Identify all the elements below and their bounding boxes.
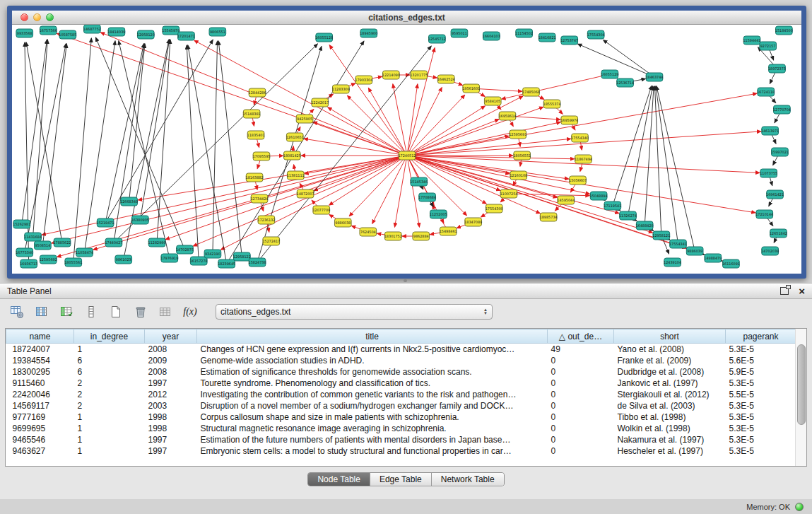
table-cell[interactable]: 9463627 xyxy=(6,445,74,457)
graph-edge[interactable] xyxy=(138,156,407,200)
table-cell[interactable]: 2008 xyxy=(145,344,197,355)
table-cell[interactable]: Jankovic et al. (1997) xyxy=(614,378,726,389)
table-cell[interactable]: Embryonic stem cells: a model to study s… xyxy=(197,445,548,457)
table-cell[interactable]: 0 xyxy=(548,355,614,366)
table-cell[interactable]: 1 xyxy=(74,423,145,434)
close-panel-icon[interactable]: × xyxy=(799,286,805,296)
graph-node[interactable]: 11594441 xyxy=(743,36,760,45)
table-cell[interactable]: Structural magnetic resonance image aver… xyxy=(197,423,548,434)
show-columns-button[interactable] xyxy=(33,303,51,321)
graph-node[interactable]: 12439104 xyxy=(664,258,681,267)
graph-node[interactable]: 11431684 xyxy=(24,233,42,241)
function-builder-button[interactable]: f(x) xyxy=(181,303,199,321)
table-cell[interactable]: 18300295 xyxy=(6,366,74,378)
graph-node[interactable]: 16116091 xyxy=(722,259,740,268)
table-cell[interactable]: 9465546 xyxy=(6,434,74,445)
table-cell[interactable]: 2003 xyxy=(145,400,197,411)
new-column-button[interactable] xyxy=(57,303,76,321)
graph-node[interactable]: 9861023 xyxy=(115,255,132,264)
table-cell[interactable]: 2 xyxy=(74,389,145,400)
graph-node[interactable]: 9886038 xyxy=(334,218,351,227)
graph-edge[interactable] xyxy=(105,40,213,223)
column-header-out_de[interactable]: △ out_de… xyxy=(548,329,614,344)
graph-node[interactable]: 18301752 xyxy=(384,232,402,240)
graph-edge[interactable] xyxy=(25,42,29,264)
graph-node[interactable]: 9933568 xyxy=(16,29,33,37)
table-cell[interactable]: 5.3E-5 xyxy=(726,344,796,355)
graph-edge[interactable] xyxy=(33,40,48,237)
table-cell[interactable]: 9699695 xyxy=(6,423,74,434)
table-row[interactable]: 1938455462009Genome-wide association stu… xyxy=(6,355,796,366)
graph-edge[interactable] xyxy=(407,93,757,156)
table-row[interactable]: 969969511998Structural magnetic resonanc… xyxy=(6,423,796,434)
graph-edge[interactable] xyxy=(655,86,661,235)
table-cell[interactable]: 5.3E-5 xyxy=(726,400,796,411)
table-cell[interactable]: Dudbridge et al. (2008) xyxy=(614,366,726,378)
graph-node[interactable]: 7624504 xyxy=(360,228,377,236)
table-cell[interactable]: 1 xyxy=(74,344,145,355)
table-cell[interactable]: 0 xyxy=(548,378,614,389)
graph-node[interactable]: 14702039 xyxy=(761,247,779,255)
table-cell[interactable]: 1997 xyxy=(145,445,197,457)
graph-edge[interactable] xyxy=(393,84,407,156)
table-cell[interactable]: 0 xyxy=(548,434,614,445)
graph-edge[interactable] xyxy=(57,33,407,156)
table-cell[interactable]: 0 xyxy=(548,366,614,378)
graph-node[interactable]: 12160108 xyxy=(510,171,527,180)
graph-node[interactable]: 16380905 xyxy=(131,216,149,224)
graph-node[interactable]: 9272157 xyxy=(760,42,777,50)
graph-node[interactable]: 11154502 xyxy=(515,29,533,37)
graph-node[interactable]: 10587585 xyxy=(59,30,76,39)
graph-node[interactable]: 9886039 xyxy=(686,247,703,255)
table-cell[interactable]: 1997 xyxy=(145,434,197,445)
graph-node[interactable]: 18414039 xyxy=(107,28,125,36)
graph-edge[interactable] xyxy=(645,86,654,226)
graph-node[interactable]: 12753747 xyxy=(560,36,578,45)
table-cell[interactable]: 2 xyxy=(74,400,145,411)
table-cell[interactable]: 1 xyxy=(74,434,145,445)
graph-node[interactable]: 17554304 xyxy=(587,30,605,39)
graph-node[interactable]: 9342190 xyxy=(204,250,221,258)
import-table-button[interactable] xyxy=(156,303,175,321)
column-header-in_degree[interactable]: in_degree xyxy=(74,329,145,344)
graph-node[interactable]: 15184500 xyxy=(775,26,793,35)
graph-edge[interactable] xyxy=(26,42,62,243)
table-row[interactable]: 946362711997Embryonic stem cells: a mode… xyxy=(6,445,796,457)
delete-table-button[interactable] xyxy=(131,303,150,321)
graph-node[interactable]: 12958121 xyxy=(652,231,670,240)
zoom-window-button[interactable] xyxy=(46,13,54,21)
graph-node[interactable]: 12844286 xyxy=(249,88,266,97)
graph-node[interactable]: 12958120 xyxy=(137,30,155,39)
table-row[interactable]: 1456911722003Disruption of a novel membe… xyxy=(6,400,796,411)
graph-node[interactable]: 11835401 xyxy=(247,131,265,139)
graph-node[interactable]: 11073755 xyxy=(760,169,777,177)
table-cell[interactable]: 6 xyxy=(74,355,145,366)
graph-node[interactable]: 19561601 xyxy=(462,84,480,93)
table-row[interactable]: 2242004622012Investigating the contribut… xyxy=(6,389,796,400)
graph-node[interactable]: 9595011 xyxy=(451,29,468,37)
table-cell[interactable]: 5.6E-5 xyxy=(726,355,796,366)
graph-node[interactable]: 12545712 xyxy=(428,35,446,43)
graph-edge[interactable] xyxy=(407,96,523,156)
graph-edge[interactable] xyxy=(407,156,590,194)
graph-node[interactable]: 14595044 xyxy=(557,196,575,204)
graph-node[interactable]: 11867494 xyxy=(575,155,592,163)
graph-node[interactable]: 13201775 xyxy=(410,71,428,79)
column-header-pagerank[interactable]: pagerank xyxy=(726,329,796,344)
close-window-button[interactable] xyxy=(20,13,28,21)
graph-node[interactable]: 11381111 xyxy=(287,171,305,180)
graph-node[interactable]: 12595692 xyxy=(40,255,57,264)
table-cell[interactable]: Estimation of significance thresholds fo… xyxy=(197,366,548,378)
minimize-window-button[interactable] xyxy=(33,13,41,21)
graph-node[interactable]: 16055128 xyxy=(315,33,333,42)
graph-node[interactable]: 15148381 xyxy=(243,110,261,118)
table-cell[interactable]: 5.3E-5 xyxy=(726,411,796,423)
table-cell[interactable]: Hescheler et al. (1997) xyxy=(614,445,726,457)
table-cell[interactable]: de Silva et al. (2003) xyxy=(614,400,726,411)
table-cell[interactable]: Changes of HCN gene expression and I(f) … xyxy=(197,344,548,355)
graph-node[interactable]: 15145346 xyxy=(410,177,428,186)
graph-edge[interactable] xyxy=(613,86,652,206)
graph-node[interactable]: 11326274 xyxy=(619,211,637,220)
graph-node[interactable]: 16488420 xyxy=(636,221,654,230)
graph-node[interactable]: 18972373 xyxy=(768,64,786,73)
